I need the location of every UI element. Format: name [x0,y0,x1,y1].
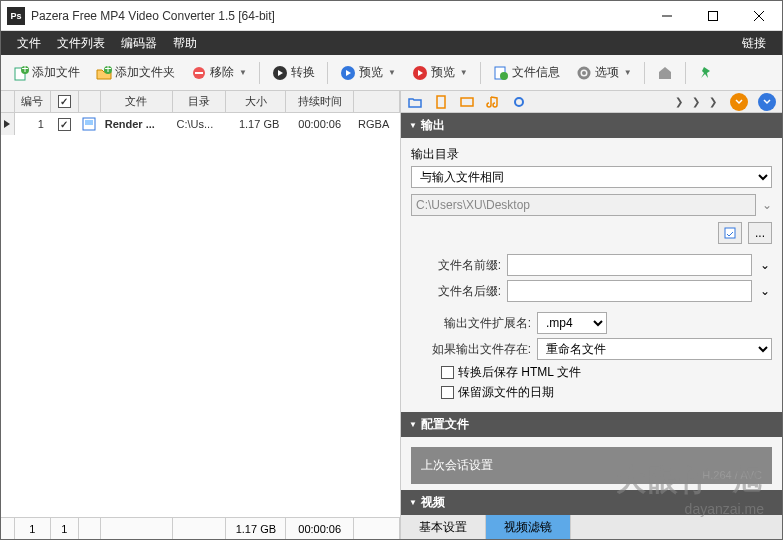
tab-basic[interactable]: 基本设置 [401,515,486,539]
file-info-button[interactable]: 文件信息 [487,61,566,84]
col-dur-header[interactable]: 持续时间 [286,91,354,112]
toolbar: + 添加文件 + 添加文件夹 移除▼ 转换 预览▼ 预览▼ 文件信息 选项▼ [1,55,782,91]
save-html-label: 转换后保存 HTML 文件 [458,364,581,381]
chevron-down-icon: ▼ [409,121,417,130]
browse-button[interactable]: ... [748,222,772,244]
menubar: 文件 文件列表 编码器 帮助 链接 [1,31,782,55]
minimize-button[interactable] [644,1,690,31]
outdir-path-input[interactable] [411,194,756,216]
suffix-input[interactable] [507,280,752,302]
cell-ext: RGBA [354,118,400,130]
add-file-button[interactable]: + 添加文件 [7,61,86,84]
play-blue-icon [340,65,356,81]
exists-label: 如果输出文件存在: [411,341,531,358]
expand-button[interactable] [730,93,748,111]
menu-encoder[interactable]: 编码器 [113,31,165,55]
gear-icon [576,65,592,81]
convert-icon [272,65,288,81]
footer-dur: 00:00:06 [286,518,354,539]
outdir-mode-select[interactable]: 与输入文件相同 [411,166,772,188]
footer-size: 1.17 GB [226,518,286,539]
tabs-more[interactable]: ❯ ❯ ❯ [675,96,720,107]
keep-date-label: 保留源文件的日期 [458,384,554,401]
col-check-header[interactable] [51,91,79,112]
app-icon: Ps [7,7,25,25]
tab-filter[interactable]: 视频滤镜 [486,515,571,539]
svg-rect-10 [195,72,203,74]
menu-help[interactable]: 帮助 [165,31,205,55]
save-html-checkbox[interactable] [441,366,454,379]
row-checkbox[interactable] [58,118,71,131]
row-indicator [1,113,15,135]
menu-filelist[interactable]: 文件列表 [49,31,113,55]
svg-point-17 [582,71,586,75]
tab-gear-icon[interactable] [511,94,527,110]
play-red-icon [412,65,428,81]
video-subtabs: 基本设置 视频滤镜 [401,515,782,539]
home-icon [657,65,673,81]
svg-rect-23 [725,228,735,238]
remove-button[interactable]: 移除▼ [185,61,253,84]
table-row[interactable]: 1 Render ... C:\Us... 1.17 GB 00:00:06 R… [1,113,400,135]
chevron-down-icon: ▼ [409,498,417,507]
config-title: 配置文件 [421,416,469,433]
col-size-header[interactable]: 大小 [226,91,286,112]
svg-point-22 [515,98,523,106]
keep-date-checkbox[interactable] [441,386,454,399]
prefix-input[interactable] [507,254,752,276]
preview1-button[interactable]: 预览▼ [334,61,402,84]
tab-audio-icon[interactable] [485,94,501,110]
open-folder-button[interactable] [718,222,742,244]
output-section-header[interactable]: ▼ 输出 [401,113,782,138]
tab-folder-icon[interactable] [407,94,423,110]
tab-file-icon[interactable] [433,94,449,110]
svg-point-15 [500,72,508,80]
cell-check[interactable] [51,118,79,131]
outdir-label: 输出目录 [411,146,772,163]
suffix-dropdown[interactable]: ⌄ [758,284,772,298]
menu-file[interactable]: 文件 [9,31,49,55]
grid-header: 编号 文件 目录 大小 持续时间 [1,91,400,113]
row-handle-header [1,91,15,112]
settings-tabs: ❯ ❯ ❯ [401,91,782,113]
menu-link[interactable]: 链接 [734,31,774,55]
pin-button[interactable] [692,62,720,84]
file-list-pane: 编号 文件 目录 大小 持续时间 1 Render ... C:\Us... 1… [1,91,401,539]
preview2-button[interactable]: 预览▼ [406,61,474,84]
exists-select[interactable]: 重命名文件 [537,338,772,360]
col-dir-header[interactable]: 目录 [173,91,227,112]
remove-icon [191,65,207,81]
convert-button[interactable]: 转换 [266,61,321,84]
footer-count1: 1 [15,518,51,539]
pin-icon [698,65,714,81]
window-title: Pazera Free MP4 Video Converter 1.5 [64-… [31,9,644,23]
prefix-dropdown[interactable]: ⌄ [758,258,772,272]
header-checkbox[interactable] [58,95,71,108]
tab-video-icon[interactable] [459,94,475,110]
close-button[interactable] [736,1,782,31]
config-section-header[interactable]: ▼ 配置文件 [401,412,782,437]
add-file-icon: + [13,65,29,81]
home-button[interactable] [651,62,679,84]
add-folder-icon: + [96,65,112,81]
col-num-header[interactable]: 编号 [15,91,51,112]
video-section-header[interactable]: ▼ 视频 [401,490,782,515]
svg-rect-20 [437,96,445,108]
add-folder-button[interactable]: + 添加文件夹 [90,61,181,84]
col-ext-header [354,91,400,112]
collapse-button[interactable] [758,93,776,111]
cell-file: Render ... [101,118,173,130]
maximize-button[interactable] [690,1,736,31]
grid-body: 1 Render ... C:\Us... 1.17 GB 00:00:06 R… [1,113,400,517]
output-title: 输出 [421,117,445,134]
codec-label: H.264 / AVC [702,469,762,481]
options-button[interactable]: 选项▼ [570,61,638,84]
ext-select[interactable]: .mp4 [537,312,607,334]
chevron-down-icon: ▼ [409,420,417,429]
cell-dur: 00:00:06 [286,118,354,130]
svg-rect-1 [709,11,718,20]
col-icon-header [79,91,101,112]
col-file-header[interactable]: 文件 [101,91,173,112]
grid-footer: 1 1 1.17 GB 00:00:06 [1,517,400,539]
cell-icon [79,116,101,132]
